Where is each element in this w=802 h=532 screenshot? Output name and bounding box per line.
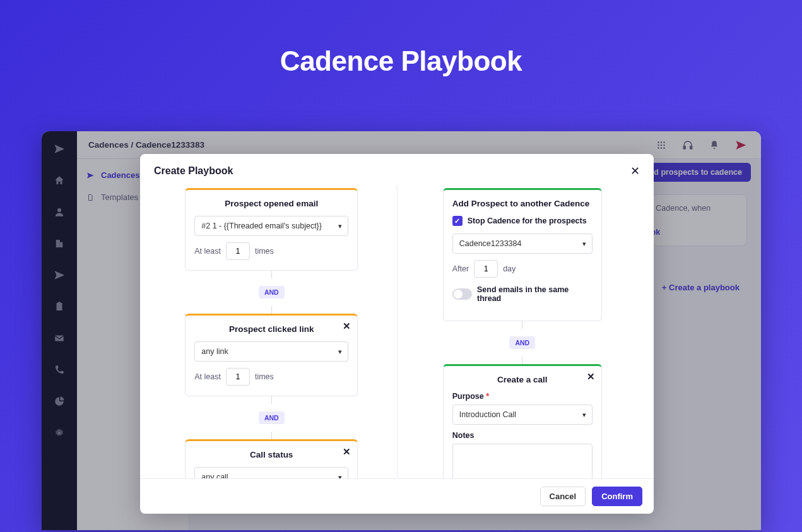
trigger-title: Prospect opened email bbox=[194, 199, 348, 208]
day-label: day bbox=[503, 264, 516, 273]
notes-label: Notes bbox=[452, 431, 593, 440]
page-title: Cadence Playbook bbox=[0, 0, 802, 77]
purpose-label: Purpose * bbox=[452, 392, 593, 401]
stop-cadence-label: Stop Cadence for the prospects bbox=[468, 216, 587, 225]
link-select[interactable]: any link bbox=[194, 341, 348, 362]
email-select[interactable]: #2 1 - {{Threaded email's subject}} bbox=[194, 216, 348, 236]
modal-body: Prospect opened email #2 1 - {{Threaded … bbox=[140, 186, 654, 478]
remove-trigger-icon[interactable]: ✕ bbox=[343, 321, 351, 332]
purpose-select[interactable]: Introduction Call bbox=[452, 405, 593, 425]
after-days-input[interactable] bbox=[474, 260, 498, 278]
cancel-button[interactable]: Cancel bbox=[540, 487, 586, 506]
trigger-clicked-link: ✕ Prospect clicked link any link At leas… bbox=[185, 314, 358, 396]
target-cadence-select[interactable]: Cadence1233384 bbox=[452, 233, 593, 254]
modal-footer: Cancel Confirm bbox=[140, 478, 654, 514]
at-least-input[interactable] bbox=[226, 242, 250, 260]
times-label: times bbox=[255, 372, 274, 381]
stop-cadence-checkbox[interactable]: ✓ bbox=[452, 216, 463, 226]
remove-trigger-icon[interactable]: ✕ bbox=[343, 446, 351, 458]
modal-title: Create Playbook bbox=[154, 165, 233, 177]
same-thread-toggle[interactable] bbox=[452, 288, 472, 300]
action-create-call: ✕ Create a call Purpose * Introduction C… bbox=[443, 364, 602, 478]
remove-action-icon[interactable]: ✕ bbox=[587, 371, 595, 382]
and-badge: AND bbox=[259, 286, 285, 299]
after-label: After bbox=[452, 264, 469, 273]
trigger-opened-email: Prospect opened email #2 1 - {{Threaded … bbox=[185, 188, 358, 271]
trigger-title: Prospect clicked link bbox=[194, 324, 348, 334]
at-least-label: At least bbox=[194, 247, 221, 256]
actions-column: Add Prospect to another Cadence ✓ Stop C… bbox=[398, 186, 648, 478]
action-title: Create a call bbox=[452, 375, 593, 384]
at-least-label: At least bbox=[194, 372, 221, 381]
app-window: Cadences / Cadence1233383 bbox=[42, 131, 761, 530]
same-thread-label: Send emails in the same thread bbox=[477, 285, 593, 303]
and-badge: AND bbox=[259, 411, 285, 424]
create-playbook-modal: Create Playbook ✕ Prospect opened email … bbox=[140, 154, 654, 514]
times-label: times bbox=[255, 247, 274, 256]
trigger-title: Call status bbox=[194, 450, 348, 459]
modal-header: Create Playbook ✕ bbox=[140, 154, 654, 186]
action-add-cadence: Add Prospect to another Cadence ✓ Stop C… bbox=[443, 188, 602, 321]
and-badge: AND bbox=[509, 336, 535, 349]
notes-textarea[interactable] bbox=[452, 444, 593, 478]
confirm-button[interactable]: Confirm bbox=[592, 487, 642, 506]
close-icon[interactable]: ✕ bbox=[630, 164, 640, 178]
trigger-call-status: ✕ Call status any call Answered bbox=[185, 439, 358, 478]
at-least-input[interactable] bbox=[226, 368, 250, 386]
triggers-column: Prospect opened email #2 1 - {{Threaded … bbox=[146, 186, 398, 478]
action-title: Add Prospect to another Cadence bbox=[452, 199, 593, 208]
call-select[interactable]: any call bbox=[194, 467, 348, 478]
